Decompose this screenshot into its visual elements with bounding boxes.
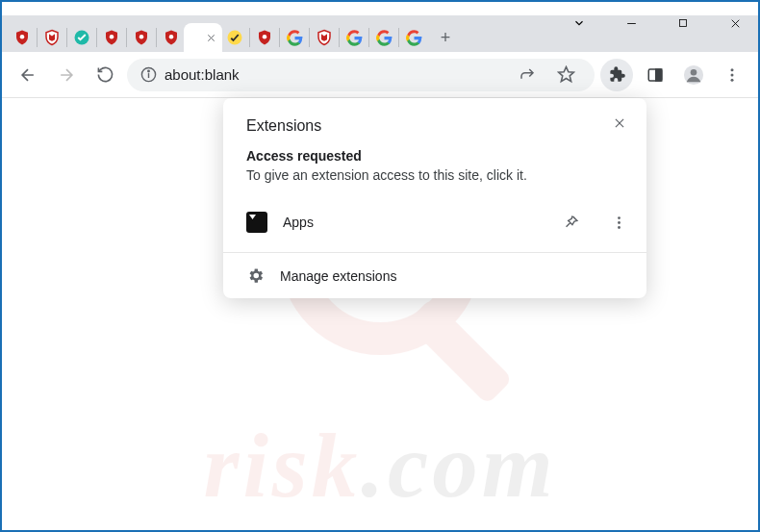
extensions-popup: Extensions Access requested To give an e…: [223, 98, 646, 298]
reload-button[interactable]: [89, 59, 121, 91]
forward-button[interactable]: [50, 59, 83, 91]
window-maximize-button[interactable]: [673, 13, 693, 33]
bookmark-star-icon[interactable]: [550, 60, 581, 90]
popup-access-desc: To give an extension access to this site…: [223, 167, 646, 196]
popup-title: Extensions: [223, 98, 646, 148]
tab-favicon-google[interactable]: [284, 23, 305, 52]
omnibox[interactable]: [127, 59, 595, 91]
back-button[interactable]: [12, 59, 44, 91]
svg-point-22: [731, 78, 734, 81]
svg-point-27: [618, 226, 621, 229]
svg-point-8: [169, 35, 174, 39]
gear-icon: [246, 266, 265, 285]
tab-favicon-shield[interactable]: [131, 23, 152, 52]
tab-favicon-shield[interactable]: [161, 23, 182, 52]
tab-active[interactable]: [184, 23, 222, 52]
tab-close-icon[interactable]: [206, 33, 216, 43]
extension-item-apps[interactable]: Apps: [223, 196, 646, 248]
svg-point-19: [691, 68, 697, 75]
profile-button[interactable]: [677, 59, 710, 91]
svg-point-26: [618, 221, 621, 224]
tab-favicon-shield[interactable]: [101, 23, 122, 52]
window-minimize-button[interactable]: [621, 13, 641, 33]
tab-favicon-norton[interactable]: [224, 23, 245, 52]
svg-rect-17: [656, 69, 662, 81]
popup-separator: [223, 252, 646, 253]
extension-more-button[interactable]: [602, 206, 635, 239]
extensions-button[interactable]: [600, 59, 633, 91]
svg-point-4: [20, 35, 25, 39]
pin-extension-button[interactable]: [554, 206, 587, 239]
sidepanel-button[interactable]: [639, 59, 671, 91]
svg-rect-1: [680, 20, 687, 27]
window-controls: [570, 13, 745, 33]
popup-access-heading: Access requested: [223, 148, 646, 167]
svg-point-12: [263, 35, 267, 39]
manage-extensions-row[interactable]: Manage extensions: [223, 257, 646, 294]
share-icon[interactable]: [512, 60, 543, 90]
tab-favicon-mcafee[interactable]: [41, 23, 63, 52]
window-dropdown-icon[interactable]: [570, 13, 589, 33]
tab-favicon-shield[interactable]: [254, 23, 275, 52]
tab-favicon-google[interactable]: [343, 23, 365, 52]
svg-point-7: [139, 35, 144, 39]
popup-close-button[interactable]: [604, 108, 635, 139]
tab-favicon-mcafee[interactable]: [314, 23, 335, 52]
manage-extensions-label: Manage extensions: [280, 268, 635, 284]
url-input[interactable]: [165, 66, 504, 83]
extension-apps-icon: [246, 212, 267, 233]
tab-favicon-check[interactable]: [71, 23, 92, 52]
tab-favicon-shield[interactable]: [12, 23, 33, 52]
site-info-icon[interactable]: [140, 66, 157, 83]
tab-favicon-google[interactable]: [403, 23, 424, 52]
svg-point-25: [618, 216, 621, 219]
svg-point-15: [148, 70, 149, 71]
extension-item-label: Apps: [283, 215, 539, 230]
chrome-menu-button[interactable]: [716, 59, 748, 91]
address-bar: [2, 52, 758, 98]
tab-favicon-google[interactable]: [373, 23, 394, 52]
svg-point-20: [731, 68, 734, 71]
window-close-button[interactable]: [725, 13, 745, 33]
svg-point-21: [731, 73, 734, 76]
svg-point-6: [110, 35, 114, 39]
new-tab-button[interactable]: +: [432, 24, 459, 51]
